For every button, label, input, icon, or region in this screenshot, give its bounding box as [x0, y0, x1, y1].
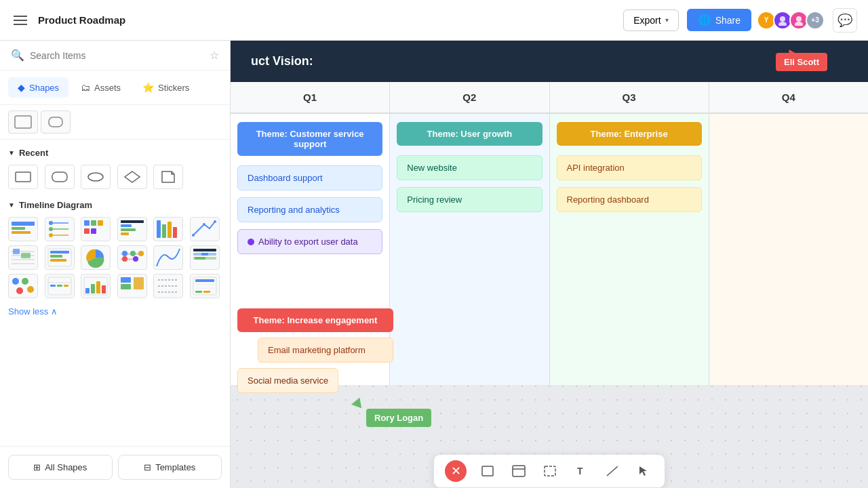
- svg-point-17: [49, 233, 53, 237]
- svg-rect-25: [121, 224, 132, 227]
- email-marketing-card[interactable]: Email marketing platform: [258, 338, 393, 363]
- export-dot: [248, 239, 254, 245]
- reporting-dashboard-card[interactable]: Reporting dashboard: [557, 187, 702, 212]
- favorite-button[interactable]: ☆: [210, 49, 219, 62]
- template-item[interactable]: [153, 245, 183, 270]
- shape-rectangle[interactable]: [8, 165, 38, 189]
- search-input[interactable]: [30, 50, 204, 61]
- q2-theme-bar: Theme: User growth: [397, 122, 542, 146]
- svg-point-0: [780, 16, 785, 22]
- svg-rect-5: [49, 117, 62, 127]
- toolbar-close-button[interactable]: ✕: [445, 460, 467, 482]
- template-item[interactable]: [8, 217, 38, 241]
- svg-rect-7: [52, 172, 67, 182]
- show-less-button[interactable]: Show less ∧: [8, 306, 58, 317]
- template-item[interactable]: [153, 217, 183, 241]
- templates-button[interactable]: ⊟ Templates: [118, 455, 222, 480]
- tab-assets[interactable]: 🗂 Assets: [71, 77, 130, 98]
- svg-point-60: [27, 286, 34, 293]
- svg-point-49: [138, 251, 144, 256]
- tool-line[interactable]: [602, 461, 623, 481]
- svg-rect-82: [203, 291, 210, 293]
- template-item[interactable]: [81, 274, 111, 298]
- tool-text[interactable]: T: [571, 461, 591, 481]
- svg-rect-44: [50, 259, 66, 262]
- template-item[interactable]: [45, 245, 75, 270]
- menu-button[interactable]: [11, 13, 30, 28]
- left-panel: 🔍 ☆ ◆ Shapes 🗂 Assets ⭐ Stickers: [0, 41, 231, 488]
- grid-icon: ⊞: [33, 462, 41, 472]
- svg-rect-86: [545, 466, 555, 476]
- chevron-up-icon: ∧: [51, 306, 58, 317]
- svg-rect-42: [50, 251, 69, 253]
- engagement-theme-bar: Theme: Increase engagement: [237, 308, 393, 332]
- tab-stickers[interactable]: ⭐ Stickers: [133, 77, 199, 98]
- svg-rect-66: [64, 285, 68, 287]
- star-icon: ⭐: [142, 82, 154, 93]
- template-item[interactable]: [45, 217, 75, 241]
- caret-icon: ▼: [8, 149, 15, 157]
- shape-note[interactable]: [153, 165, 183, 189]
- avatar-overflow[interactable]: +3: [806, 11, 825, 30]
- tab-shapes[interactable]: ◆ Shapes: [8, 77, 68, 98]
- template-item[interactable]: [153, 274, 183, 298]
- tool-container[interactable]: [509, 461, 529, 481]
- svg-point-48: [130, 251, 136, 256]
- export-button[interactable]: Export ▾: [623, 9, 678, 31]
- reporting-analytics-card[interactable]: Reporting and analytics: [237, 197, 382, 222]
- template-item[interactable]: [8, 274, 38, 298]
- dashboard-support-card[interactable]: Dashboard support: [237, 165, 382, 190]
- tool-frame[interactable]: [540, 461, 560, 481]
- svg-rect-55: [201, 253, 208, 256]
- svg-rect-28: [157, 220, 161, 238]
- tab-bar: ◆ Shapes 🗂 Assets ⭐ Stickers: [0, 70, 230, 105]
- all-shapes-button[interactable]: ⊞ All Shapes: [8, 455, 113, 480]
- social-media-card[interactable]: Social media service: [237, 368, 338, 393]
- svg-point-8: [88, 173, 103, 181]
- svg-rect-57: [195, 257, 205, 260]
- template-item[interactable]: [81, 217, 111, 241]
- template-item[interactable]: [190, 217, 220, 241]
- svg-rect-27: [121, 232, 129, 235]
- shape-preview-item[interactable]: [8, 110, 38, 134]
- shape-rounded-rect[interactable]: [45, 165, 75, 189]
- pricing-review-card[interactable]: Pricing review: [397, 187, 542, 212]
- tool-pointer[interactable]: [633, 461, 654, 481]
- template-icon: ⊟: [144, 462, 151, 472]
- template-item[interactable]: [117, 245, 147, 270]
- template-item[interactable]: [117, 217, 147, 241]
- caret-icon: ▼: [8, 201, 15, 209]
- shape-preview-item[interactable]: [41, 110, 71, 134]
- api-integration-card[interactable]: API integration: [557, 155, 702, 180]
- template-item[interactable]: [45, 274, 75, 298]
- svg-rect-26: [121, 228, 136, 231]
- template-item[interactable]: [190, 274, 220, 298]
- svg-rect-30: [167, 222, 172, 238]
- svg-rect-53: [193, 249, 216, 251]
- svg-rect-84: [513, 466, 525, 476]
- canvas-area[interactable]: uct Vision: Q1 Q2 Q3 Q4 Theme: Customer …: [231, 41, 868, 488]
- svg-point-59: [22, 278, 28, 285]
- search-bar: 🔍 ☆: [0, 41, 230, 70]
- q1-theme-bar: Theme: Customer service support: [237, 122, 382, 156]
- shape-stadium[interactable]: [81, 165, 111, 189]
- tool-rectangle[interactable]: [477, 461, 498, 481]
- bottom-buttons: ⊞ All Shapes ⊟ Templates: [0, 446, 230, 488]
- template-item[interactable]: [8, 245, 38, 270]
- template-item[interactable]: [81, 245, 111, 270]
- svg-text:T: T: [577, 466, 583, 476]
- template-item[interactable]: [117, 274, 147, 298]
- engagement-rest: [400, 302, 868, 400]
- svg-rect-6: [16, 172, 31, 182]
- svg-rect-12: [12, 231, 31, 234]
- svg-point-15: [49, 227, 53, 231]
- svg-rect-68: [91, 284, 95, 293]
- template-item[interactable]: [190, 245, 220, 270]
- chat-button[interactable]: 💬: [833, 8, 857, 33]
- ability-export-card[interactable]: Ability to export user data: [237, 229, 382, 254]
- new-website-card[interactable]: New website: [397, 155, 542, 180]
- svg-rect-10: [12, 222, 35, 226]
- shape-diamond[interactable]: [117, 165, 147, 189]
- share-button[interactable]: 🌐 Share: [687, 9, 751, 31]
- svg-rect-29: [162, 224, 166, 238]
